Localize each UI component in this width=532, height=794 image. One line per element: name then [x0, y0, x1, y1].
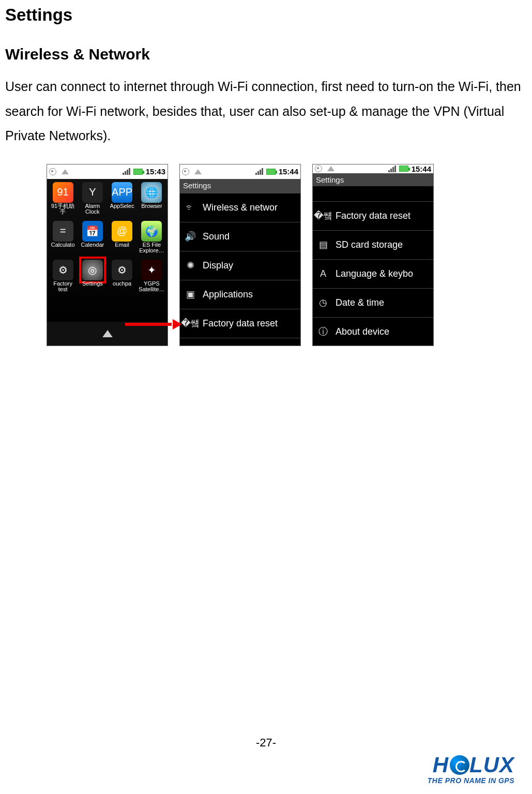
- settings-item-label: Applications: [203, 289, 253, 300]
- settings-item-label: Sound: [203, 231, 230, 242]
- settings-item[interactable]: ▣Applications: [180, 280, 300, 309]
- app-icon: 📅: [82, 221, 103, 242]
- app-ygps-satellite…[interactable]: ✦YGPS Satellite…: [137, 260, 166, 297]
- logo-letter: H: [433, 753, 449, 777]
- settings-item[interactable]: ⓘAbout device: [313, 318, 433, 346]
- screen-title: Settings: [313, 173, 433, 186]
- arrow-annotation: [125, 320, 182, 328]
- app-icon: 🌐: [141, 182, 162, 203]
- status-bar: 15:43: [47, 164, 168, 179]
- logo-rest: LUX: [469, 753, 514, 777]
- status-sync-icon: [315, 165, 322, 172]
- brand-logo: H LUX THE PRO NAME IN GPS: [428, 753, 514, 785]
- settings-item-icon: ▣: [184, 289, 196, 300]
- app-browser[interactable]: 🌐Browser: [137, 182, 166, 220]
- status-time: 15:44: [412, 164, 431, 173]
- app-label: Browser: [141, 203, 162, 209]
- settings-list: ᯤWireless & networ🔊Sound✺Display▣Applica…: [180, 193, 300, 346]
- screenshot-settings-top: 15:44 Settings ᯤWireless & networ🔊Sound✺…: [179, 164, 301, 346]
- settings-item-icon: ᯤ: [184, 202, 196, 213]
- app-label: YGPS Satellite…: [137, 281, 166, 293]
- app-ouchpa[interactable]: ⚙ouchpa: [108, 260, 137, 297]
- signal-icon: [255, 168, 263, 175]
- status-time: 15:43: [146, 167, 165, 176]
- app-icon: ✦: [141, 260, 162, 280]
- app-icon: 91: [53, 182, 73, 203]
- settings-item-label: Factory data reset: [203, 318, 278, 329]
- settings-item[interactable]: ◷Date & time: [313, 289, 433, 318]
- app-icon: ⚙: [53, 260, 73, 280]
- app-factory-test[interactable]: ⚙Factory test: [48, 260, 78, 297]
- app-label: ouchpa: [113, 281, 131, 287]
- app-calendar[interactable]: 📅Calendar: [78, 221, 107, 259]
- logo-globe-icon: [450, 755, 469, 775]
- signal-icon: [123, 168, 130, 175]
- screenshot-home: 15:43 9191手机助手YAlarm ClockAPPAppSelec🌐Br…: [47, 164, 168, 346]
- settings-item[interactable]: �썤Factory data reset: [313, 202, 433, 231]
- app-grid: 9191手机助手YAlarm ClockAPPAppSelec🌐Browser=…: [47, 179, 168, 322]
- status-bar: 15:44: [313, 164, 433, 173]
- app-calculato[interactable]: =Calculato: [48, 221, 78, 259]
- battery-icon: [266, 169, 276, 175]
- status-home-icon: [194, 169, 202, 174]
- app-label: 91手机助手: [49, 203, 78, 215]
- settings-list: �썤Factory data reset▤SD card storageALan…: [313, 186, 433, 346]
- app-label: ES File Explore…: [137, 242, 166, 254]
- settings-item-label: About device: [336, 326, 389, 337]
- app-91手机助手[interactable]: 9191手机助手: [48, 182, 78, 220]
- settings-item-icon: �썤: [317, 209, 329, 222]
- status-home-icon: [327, 166, 335, 171]
- settings-item-label: Language & keybo: [336, 268, 413, 279]
- settings-item-icon: ✺: [184, 260, 196, 271]
- app-label: Calendar: [81, 242, 104, 248]
- page-title: Settings: [5, 5, 527, 25]
- signal-icon: [388, 166, 396, 172]
- app-alarm-clock[interactable]: YAlarm Clock: [78, 182, 107, 220]
- settings-item-icon: A: [317, 268, 329, 279]
- status-sync-icon: [182, 168, 189, 175]
- screenshot-settings-bottom: 15:44 Settings �썤Factory data reset▤SD c…: [312, 164, 434, 346]
- settings-item[interactable]: ✺Display: [180, 251, 300, 280]
- screenshots-row: 15:43 9191手机助手YAlarm ClockAPPAppSelec🌐Br…: [5, 164, 527, 346]
- app-es-file-explore…[interactable]: 🌍ES File Explore…: [137, 221, 166, 259]
- status-bar: 15:44: [180, 164, 300, 179]
- settings-item[interactable]: �썤Factory data reset: [180, 309, 300, 338]
- app-label: Email: [115, 242, 129, 248]
- list-item-partial[interactable]: [313, 186, 433, 202]
- settings-item-icon: ⓘ: [317, 325, 329, 338]
- status-time: 15:44: [279, 167, 298, 176]
- settings-item[interactable]: ALanguage & keybo: [313, 260, 433, 289]
- app-email[interactable]: @Email: [108, 221, 137, 259]
- app-label: Calculato: [51, 242, 75, 248]
- home-icon[interactable]: [102, 330, 113, 337]
- battery-icon: [133, 169, 143, 175]
- settings-item-icon: 🔊: [184, 231, 196, 242]
- settings-item[interactable]: ▤SD card storage: [313, 231, 433, 260]
- body-paragraph: User can connect to internet through Wi-…: [5, 74, 525, 148]
- settings-item-label: Wireless & networ: [203, 202, 278, 213]
- battery-icon: [399, 166, 408, 172]
- app-appselec[interactable]: APPAppSelec: [108, 182, 137, 220]
- brand-tagline: THE PRO NAME IN GPS: [428, 776, 514, 785]
- settings-item[interactable]: ᯤWireless & networ: [180, 193, 300, 222]
- settings-item-label: SD card storage: [336, 239, 403, 250]
- page-number: -27-: [0, 736, 532, 750]
- app-icon: 🌍: [141, 221, 162, 242]
- app-label: Alarm Clock: [78, 203, 107, 215]
- settings-item[interactable]: 🔊Sound: [180, 222, 300, 251]
- settings-item-icon: �썤: [184, 317, 196, 329]
- section-heading: Wireless & Network: [5, 46, 527, 63]
- status-home-icon: [62, 169, 69, 174]
- app-icon: ◎: [82, 260, 103, 280]
- app-icon: =: [53, 221, 73, 242]
- settings-item-label: Date & time: [336, 297, 384, 308]
- screen-title: Settings: [180, 179, 300, 193]
- app-label: AppSelec: [110, 203, 134, 209]
- app-icon: Y: [82, 182, 103, 203]
- app-label: Settings: [82, 281, 103, 287]
- settings-item-label: Factory data reset: [336, 211, 411, 221]
- app-icon: APP: [112, 182, 132, 203]
- app-icon: @: [112, 221, 132, 242]
- app-settings[interactable]: ◎Settings: [78, 260, 107, 297]
- app-icon: ⚙: [112, 260, 132, 280]
